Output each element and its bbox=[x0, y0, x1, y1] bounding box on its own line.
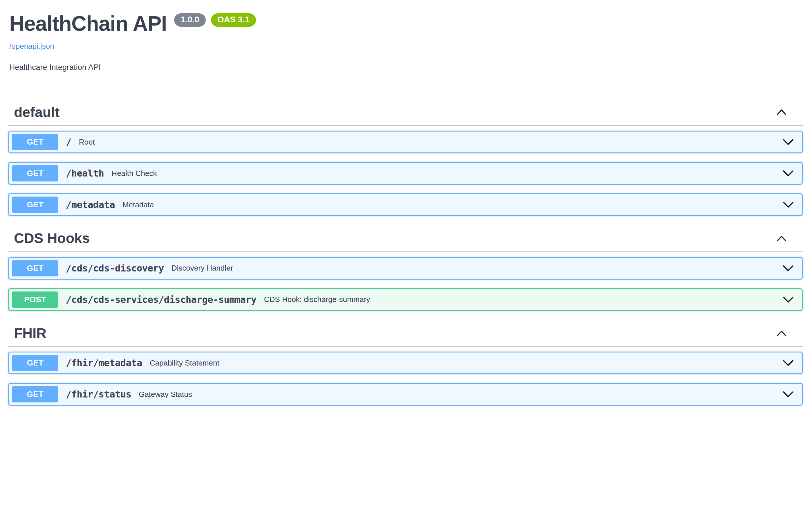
operation-summary: Discovery Handler bbox=[172, 263, 783, 273]
operation-path: /cds/cds-services/discharge-summary bbox=[66, 294, 257, 305]
api-info-header: HealthChain API 1.0.0 OAS 3.1 /openapi.j… bbox=[8, 0, 803, 72]
operation-summary: CDS Hook: discharge-summary bbox=[264, 295, 783, 304]
section-header[interactable]: default bbox=[8, 99, 803, 126]
section-title: FHIR bbox=[14, 325, 46, 342]
chevron-up-icon[interactable] bbox=[777, 109, 786, 116]
operation-summary: Capability Statement bbox=[150, 359, 783, 368]
page-title: HealthChain API bbox=[9, 13, 166, 35]
section-title: default bbox=[14, 104, 59, 121]
section-header[interactable]: CDS Hooks bbox=[8, 225, 803, 252]
operation-summary: Metadata bbox=[122, 200, 783, 209]
operation-path: /health bbox=[66, 168, 104, 179]
operation-row[interactable]: GET /cds/cds-discovery Discovery Handler bbox=[8, 257, 803, 280]
chevron-down-icon[interactable] bbox=[783, 360, 794, 366]
section-operations: GET / Root GET /health Health Check GET … bbox=[8, 126, 803, 216]
openapi-spec-link[interactable]: /openapi.json bbox=[9, 42, 54, 51]
operation-path: /fhir/status bbox=[66, 389, 131, 400]
chevron-down-icon[interactable] bbox=[783, 391, 794, 398]
title-badges: 1.0.0 OAS 3.1 bbox=[174, 13, 256, 27]
operation-row[interactable]: GET / Root bbox=[8, 131, 803, 153]
operation-summary: Root bbox=[79, 138, 783, 147]
chevron-down-icon[interactable] bbox=[783, 201, 794, 208]
section-operations: GET /cds/cds-discovery Discovery Handler… bbox=[8, 252, 803, 311]
operation-path: / bbox=[66, 137, 71, 147]
tag-section: default GET / Root GET /health Health Ch… bbox=[8, 99, 803, 216]
tag-section: CDS Hooks GET /cds/cds-discovery Discove… bbox=[8, 225, 803, 311]
method-badge: GET bbox=[12, 386, 58, 402]
operation-path: /cds/cds-discovery bbox=[66, 263, 164, 274]
section-title: CDS Hooks bbox=[14, 230, 90, 247]
chevron-down-icon[interactable] bbox=[783, 170, 794, 176]
operation-row[interactable]: GET /metadata Metadata bbox=[8, 194, 803, 216]
method-badge: GET bbox=[12, 260, 58, 276]
operation-row[interactable]: GET /health Health Check bbox=[8, 162, 803, 185]
operation-path: /fhir/metadata bbox=[66, 357, 142, 369]
method-badge: GET bbox=[12, 355, 58, 371]
chevron-up-icon[interactable] bbox=[777, 330, 786, 337]
sections: default GET / Root GET /health Health Ch… bbox=[8, 99, 803, 406]
chevron-down-icon[interactable] bbox=[783, 139, 794, 145]
version-badge: 1.0.0 bbox=[174, 13, 206, 27]
method-badge: POST bbox=[12, 291, 58, 308]
method-badge: GET bbox=[12, 134, 58, 150]
swagger-ui-page: HealthChain API 1.0.0 OAS 3.1 /openapi.j… bbox=[0, 0, 812, 405]
method-badge: GET bbox=[12, 165, 58, 182]
api-description: Healthcare Integration API bbox=[9, 63, 803, 72]
operation-row[interactable]: POST /cds/cds-services/discharge-summary… bbox=[8, 288, 803, 311]
method-badge: GET bbox=[12, 197, 58, 213]
operation-summary: Gateway Status bbox=[139, 390, 783, 399]
oas-version-badge: OAS 3.1 bbox=[211, 13, 256, 27]
operation-row[interactable]: GET /fhir/metadata Capability Statement bbox=[8, 352, 803, 374]
chevron-up-icon[interactable] bbox=[777, 235, 786, 242]
operation-path: /metadata bbox=[66, 199, 115, 210]
operation-summary: Health Check bbox=[112, 169, 783, 178]
section-header[interactable]: FHIR bbox=[8, 320, 803, 347]
operation-row[interactable]: GET /fhir/status Gateway Status bbox=[8, 383, 803, 405]
chevron-down-icon[interactable] bbox=[783, 297, 794, 303]
section-operations: GET /fhir/metadata Capability Statement … bbox=[8, 347, 803, 405]
tag-section: FHIR GET /fhir/metadata Capability State… bbox=[8, 320, 803, 406]
chevron-down-icon[interactable] bbox=[783, 265, 794, 271]
